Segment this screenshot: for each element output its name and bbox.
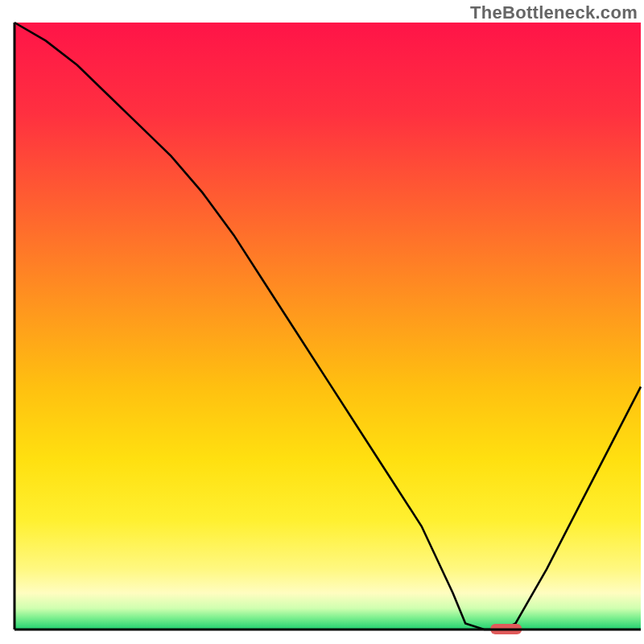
bottleneck-chart: TheBottleneck.com <box>0 0 644 644</box>
gradient-background <box>14 23 641 630</box>
plot-area <box>14 23 641 634</box>
chart-svg <box>0 0 644 644</box>
watermark-text: TheBottleneck.com <box>470 2 638 23</box>
